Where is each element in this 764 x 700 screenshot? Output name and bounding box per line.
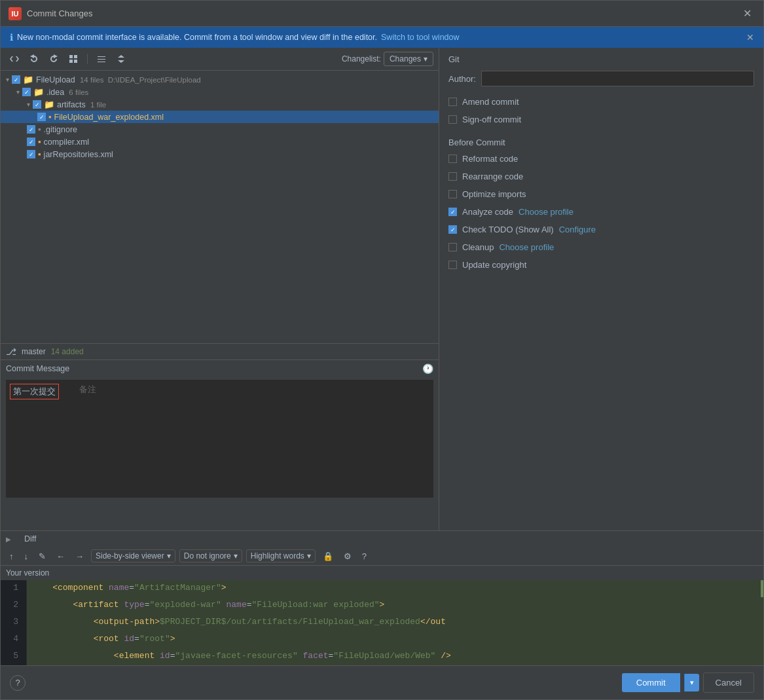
info-bar-text: ℹ New non-modal commit interface is avai… (10, 32, 460, 43)
line-num-2: 2 (1, 597, 27, 614)
update-copyright-row: Update copyright (448, 259, 754, 271)
code-line-2: 2 <artifact type="exploded-war" name="Fi… (1, 597, 763, 614)
branch-name: master (22, 347, 46, 356)
check-todo-link[interactable]: Configure (559, 225, 596, 234)
line-content-1: <component name="ArtifactManager"> (27, 580, 761, 597)
checkbox-fileupload[interactable] (12, 75, 20, 84)
author-input[interactable] (481, 71, 754, 86)
info-bar: ℹ New non-modal commit interface is avai… (1, 27, 763, 48)
signoff-commit-checkbox[interactable] (448, 115, 457, 124)
commit-message-label: Commit Message (6, 364, 69, 373)
svg-rect-3 (74, 60, 77, 63)
lock-button[interactable]: 🔒 (319, 550, 337, 562)
checkbox-artifacts[interactable] (33, 100, 41, 109)
tree-item-jar-repos[interactable]: ▪ jarRepositories.xml (1, 148, 439, 160)
file-tree: ▾ 📁 FileUpload 14 files D:\IDEA_Project\… (1, 71, 439, 343)
group-button[interactable] (65, 52, 82, 66)
close-button[interactable]: ✕ (739, 6, 755, 21)
history-icon[interactable]: 🕐 (422, 363, 433, 374)
ignore-dropdown[interactable]: Do not ignore ▾ (179, 549, 242, 562)
checkbox-compiler[interactable] (27, 138, 35, 146)
checkbox-idea[interactable] (22, 88, 31, 96)
diff-up-button[interactable]: ↑ (6, 550, 17, 562)
viewer-label: Side-by-side viewer (96, 551, 164, 561)
diff-label: Diff (24, 534, 37, 543)
your-version-label: Your version (1, 566, 763, 580)
tree-item-war-xml[interactable]: ▪ FileUpload_war_exploded.xml (1, 111, 439, 123)
before-commit-title: Before Commit (448, 138, 754, 147)
redo-button[interactable] (45, 52, 62, 66)
help-button[interactable]: ? (10, 675, 26, 691)
help-button-diff[interactable]: ? (359, 550, 370, 562)
diff-collapse-arrow[interactable]: ▶ (6, 536, 11, 543)
commit-button[interactable]: Commit (622, 673, 680, 692)
diff-down-button[interactable]: ↓ (21, 550, 32, 562)
checkbox-jar-repos[interactable] (27, 150, 35, 158)
check-todo-checkbox[interactable] (448, 225, 457, 234)
diff-left-button[interactable]: ← (53, 550, 68, 562)
commit-dropdown-button[interactable]: ▾ (684, 674, 699, 691)
changelist-dropdown[interactable]: Changes ▾ (384, 52, 433, 66)
info-close-button[interactable]: ✕ (746, 32, 754, 43)
amend-commit-checkbox[interactable] (448, 98, 457, 106)
analyze-code-link[interactable]: Choose profile (518, 207, 573, 217)
right-panel: Git Author: Amend commit Sign-off commit… (439, 48, 763, 530)
collapse-arrow-fileupload: ▾ (6, 76, 9, 83)
cleanup-link[interactable]: Choose profile (499, 242, 554, 252)
tree-item-fileupload[interactable]: ▾ 📁 FileUpload 14 files D:\IDEA_Project\… (1, 73, 439, 86)
code-line-5: 5 <element id="javaee-facet-resources" f… (1, 648, 763, 665)
fileupload-label: FileUpload (36, 75, 75, 84)
analyze-code-checkbox[interactable] (448, 208, 457, 216)
file-icon-jar-repos: ▪ (38, 149, 41, 159)
reformat-code-row: Reformat code (448, 153, 754, 165)
cancel-button[interactable]: Cancel (703, 672, 754, 693)
cleanup-checkbox[interactable] (448, 243, 457, 251)
reformat-code-label: Reformat code (462, 154, 518, 164)
settings-button[interactable]: ⚙ (340, 550, 355, 562)
tree-item-gitignore[interactable]: ▪ .gitignore (1, 123, 439, 136)
line-content-4: <root id="root"> (27, 631, 763, 648)
checkbox-gitignore[interactable] (27, 125, 35, 134)
file-icon-compiler: ▪ (38, 137, 41, 147)
fileupload-meta: 14 files D:\IDEA_Project\FileUpload (78, 76, 201, 84)
expand-all-button[interactable] (93, 52, 110, 66)
tree-item-idea[interactable]: ▾ 📁 .idea 6 files (1, 86, 439, 98)
reformat-code-checkbox[interactable] (448, 155, 457, 163)
rearrange-code-checkbox[interactable] (448, 172, 457, 181)
bottom-actions: ? Commit ▾ Cancel (1, 665, 763, 699)
line-num-1: 1 (1, 580, 27, 597)
idea-label: .idea (46, 88, 64, 97)
svg-rect-1 (74, 55, 77, 58)
cleanup-row: Cleanup Choose profile (448, 241, 754, 253)
switch-to-tool-window-link[interactable]: Switch to tool window (381, 33, 460, 42)
title-bar-left: IU Commit Changes (9, 7, 92, 20)
files-toolbar: Changelist: Changes ▾ (1, 48, 439, 71)
commit-changes-dialog: IU Commit Changes ✕ ℹ New non-modal comm… (0, 0, 764, 700)
line-num-4: 4 (1, 631, 27, 648)
move-button[interactable] (6, 52, 23, 66)
author-row: Author: (448, 71, 754, 86)
checkbox-war-xml[interactable] (37, 113, 46, 121)
line-num-3: 3 (1, 614, 27, 631)
collapse-all-button[interactable] (113, 52, 130, 66)
svg-rect-2 (69, 60, 73, 63)
status-bar: ⎇ master 14 added (1, 343, 439, 360)
optimize-imports-checkbox[interactable] (448, 190, 457, 198)
undo-button[interactable] (26, 52, 43, 66)
rearrange-code-row: Rearrange code (448, 170, 754, 183)
tree-item-compiler[interactable]: ▪ compiler.xml (1, 136, 439, 148)
viewer-dropdown[interactable]: Side-by-side viewer ▾ (91, 549, 175, 562)
diff-edit-button[interactable]: ✎ (35, 550, 49, 562)
tree-item-artifacts[interactable]: ▾ 📁 artifacts 1 file (1, 98, 439, 111)
app-icon: IU (9, 7, 22, 20)
file-icon-gitignore: ▪ (38, 124, 41, 134)
analyze-code-label: Analyze code (462, 207, 513, 217)
update-copyright-checkbox[interactable] (448, 261, 457, 269)
code-line-1: 1 <component name="ArtifactManager"> (1, 580, 763, 597)
left-panel: Changelist: Changes ▾ ▾ 📁 FileUpload 14 … (1, 48, 439, 530)
commit-textarea-wrapper: 第一次提交 备注 (1, 377, 439, 530)
commit-message-input[interactable] (6, 380, 433, 498)
highlight-dropdown[interactable]: Highlight words ▾ (246, 549, 316, 562)
diff-right-button[interactable]: → (72, 550, 87, 562)
diff-header: ▶ Diff (1, 530, 763, 547)
